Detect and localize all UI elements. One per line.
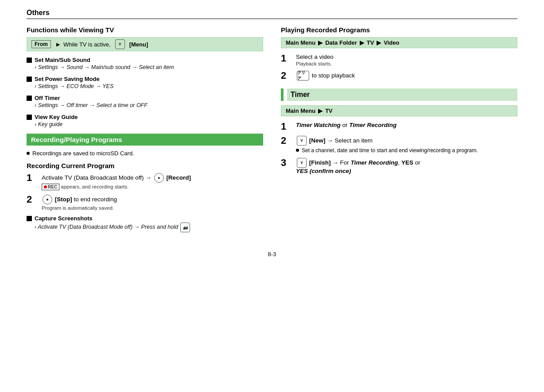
page-number: 8-3 [27,251,517,257]
chevron-right-3: › [35,102,36,108]
capture-title: Capture Screenshots [27,215,263,222]
timer-menu-item-2: TV [325,108,333,114]
feature-title-2: Set Power Saving Mode [27,76,263,82]
timer-recording-label: Timer Recording [349,122,396,128]
feature-title-text-3: Off Timer [35,95,60,101]
timer-title-block: Timer [281,88,517,101]
feature-title-1: Set Main/Sub Sound [27,57,263,63]
playing-step-content-1: Select a video Playback starts. [296,54,517,66]
chevron-right-capture: › [35,224,36,230]
info-bar-timer: Main Menu ▶ TV [281,105,517,116]
recording-playing-bar: Recording/Playing Programs [27,134,263,146]
bullet-square-2 [27,77,32,82]
feature-title-text-2: Set Power Saving Mode [35,76,100,82]
playing-step-1: 1 Select a video Playback starts. [281,54,517,66]
rec-dot [44,185,47,188]
timer-step-1: 1 Timer Watching or Timer Recording [281,122,517,131]
timer-step-main-2: Y [New] → Select an item [296,136,517,146]
finish-label: [Finish] [309,159,331,166]
step-main-1: Activate TV (Data Broadcast Mode off) → … [42,173,263,183]
chevron-right-1: › [35,64,36,70]
timer-arrow-1: ▶ [318,108,323,114]
info-bar-text: While TV is active, [63,41,111,48]
functions-title: Functions while Viewing TV [27,26,263,34]
feature-detail-4: › Key guide [35,121,263,127]
timer-title-text: Timer [287,88,517,101]
playing-step-sub-1: Playback starts. [296,61,517,66]
feature-detail-text-4: Key guide [38,121,63,127]
page-container: Others Functions while Viewing TV From ▶… [0,0,544,392]
stop-label: [Stop] [55,196,72,203]
feature-set-main-sub-sound: Set Main/Sub Sound › Settings → Sound → … [27,57,263,70]
recordings-bullet-text: Recordings are saved to microSD Card. [32,150,134,157]
yes-confirm-label: YES (confirm once) [296,168,351,174]
feature-detail-3: › Settings → Off timer → Select a time o… [35,102,263,108]
section-header: Others [27,9,517,19]
record-step-2: 2 ● [Stop] to end recording Program is a… [27,195,263,211]
capture-detail: › Activate TV (Data Broadcast Mode off) … [35,223,263,232]
timer-step-content-1: Timer Watching or Timer Recording [296,122,517,128]
feature-title-text-4: View Key Guide [35,114,78,120]
capture-title-text: Capture Screenshots [35,215,93,222]
playing-step-content-2: クリア to stop playback [296,71,517,81]
timer-left-bar [281,88,284,101]
info-bar-button-icon: Y [114,39,126,49]
playing-arrow-1: ▶ [318,39,323,46]
chevron-right-4: › [35,121,36,127]
timer-menu-item-1: Main Menu [286,108,315,114]
record-button-icon: ● [154,173,164,183]
feature-detail-2: › Settings → ECO Mode → YES [35,83,263,89]
rec-badge: REC [42,184,59,190]
step-sub-2: Program is automatically saved. [42,205,263,211]
finish-button-icon: Y [297,158,307,168]
feature-detail-text-3: Settings → Off timer → Select a time or … [38,102,148,108]
clr-button-icon: クリア [297,71,309,81]
timer-step-num-1: 1 [281,122,291,131]
feature-detail-text-1: Settings → Sound → Main/sub sound → Sele… [38,64,174,70]
timer-step-2-bullet-text: Set a channel, date and time to start an… [302,147,478,154]
timer-step-3: 3 Y [Finish] → For Timer Recording, YES … [281,158,517,174]
info-bar-button-label: [Menu] [129,41,148,48]
timer-step-2: 2 Y [New] → Select an item Set a channel… [281,136,517,154]
feature-view-key-guide: View Key Guide › Key guide [27,114,263,127]
step-sub-1: REC appears, and recording starts. [42,184,263,190]
chevron-right-2: › [35,83,36,89]
from-badge: From [31,40,51,48]
feature-detail-text-2: Settings → ECO Mode → YES [38,83,114,89]
y-button-icon: Y [115,39,125,49]
feature-off-timer: Off Timer › Settings → Off timer → Selec… [27,95,263,108]
feature-set-power-saving: Set Power Saving Mode › Settings → ECO M… [27,76,263,89]
record-label: [Record] [166,174,191,181]
bullet-dot-1 [27,152,30,155]
recording-current-title: Recording Current Program [27,162,263,169]
info-bar-functions: From ▶ While TV is active, Y [Menu] [27,37,263,51]
step-num-2: 2 [27,195,37,204]
step-num-1: 1 [27,173,37,183]
timer-bullet-dot [296,149,299,152]
new-label: [New] [309,137,326,144]
step-content-1: Activate TV (Data Broadcast Mode off) → … [42,173,263,190]
left-column: Functions while Viewing TV From ▶ While … [27,26,263,238]
bullet-square-4 [27,115,32,120]
timer-or: or [342,122,350,128]
timer-recording-label-3: Timer Recording [351,159,398,166]
info-bar-arrow: ▶ [56,42,60,47]
bullet-square-3 [27,96,32,101]
step-main-2: ● [Stop] to end recording [42,195,263,204]
timer-section: Timer Main Menu ▶ TV 1 Timer Watching or [281,88,517,174]
two-column-layout: Functions while Viewing TV From ▶ While … [27,26,517,238]
step-content-2: ● [Stop] to end recording Program is aut… [42,195,263,211]
playing-arrow-3: ▶ [377,39,381,46]
timer-step-main-3: Y [Finish] → For Timer Recording, YES or… [296,158,517,174]
right-column: Playing Recorded Programs Main Menu ▶ Da… [281,26,517,238]
feature-title-4: View Key Guide [27,114,263,120]
timer-step-num-2: 2 [281,136,291,146]
new-button-icon: Y [297,136,307,146]
playing-step-num-2: 2 [281,71,291,81]
timer-step-content-2: Y [New] → Select an item Set a channel, … [296,136,517,154]
playing-step-main-1: Select a video [296,54,517,60]
playing-step-2: 2 クリア to stop playback [281,71,517,81]
stop-button-icon: ● [43,195,52,204]
timer-watching-label: Timer Watching [296,122,341,128]
feature-title-text-1: Set Main/Sub Sound [35,57,90,63]
